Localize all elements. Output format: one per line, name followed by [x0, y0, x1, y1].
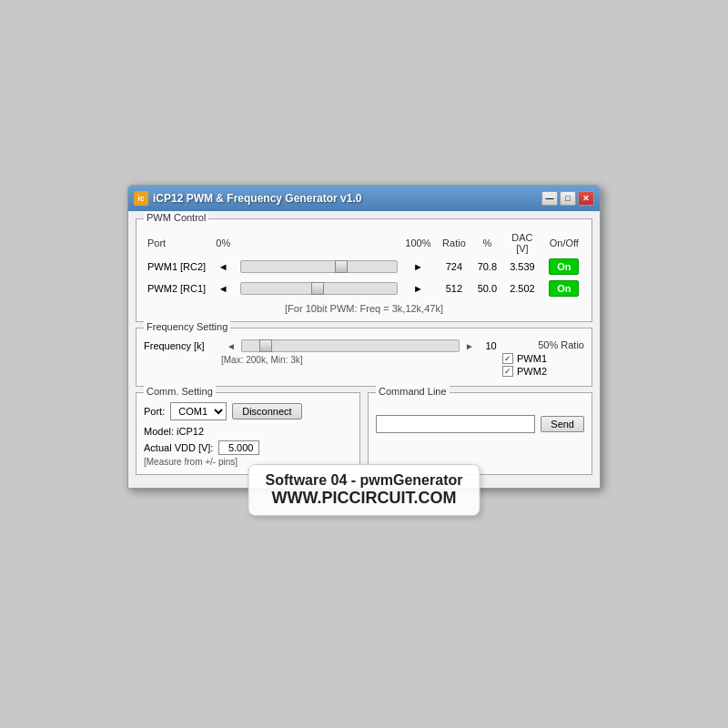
freq-slider-track[interactable] — [241, 339, 460, 352]
pwm1-dac: 3.539 — [500, 256, 543, 278]
header-zero: 0% — [210, 230, 237, 256]
ratio-header: 50% Ratio — [502, 339, 584, 350]
header-hundred: 100% — [401, 230, 434, 256]
pwm2-slider-cell — [237, 278, 402, 299]
frequency-row: Frequency [k] ◄ ► 10 — [144, 339, 502, 352]
pwm1-slider-cell — [237, 256, 402, 278]
pwm1-on-btn[interactable]: On — [549, 258, 579, 275]
vdd-label: Actual VDD [V]: — [144, 442, 213, 453]
freq-slider-thumb[interactable] — [259, 339, 272, 352]
header-ratio: Ratio — [434, 230, 473, 256]
pwm-table: Port 0% 100% Ratio % DAC [V] On/Off — [144, 230, 584, 299]
header-percent: % — [473, 230, 500, 256]
pwm2-ratio: 50.0 — [473, 278, 500, 299]
pwm2-on-btn[interactable]: On — [549, 280, 579, 297]
pwm-control-group: PWM Control Port 0% 100% Ratio % DAC [V] — [136, 218, 592, 322]
table-row: PWM1 [RC2] ◄ ► 724 70.8 3.5 — [144, 256, 584, 278]
maximize-button[interactable]: □ — [560, 191, 576, 206]
pwm-note: [For 10bit PWM: Freq = 3k,12k,47k] — [144, 303, 584, 314]
freq-max-note: [Max: 200k, Min: 3k] — [221, 355, 502, 365]
title-bar: ic iCP12 PWM & Frequency Generator v1.0 … — [128, 186, 600, 211]
vdd-row: Actual VDD [V]: 5.000 — [144, 440, 352, 455]
comm-setting-group: Comm. Setting Port: COM1 COM2 COM3 COM4 … — [136, 392, 360, 475]
window-body: PWM Control Port 0% 100% Ratio % DAC [V] — [128, 211, 600, 488]
command-line-group: Command Line Send — [368, 392, 592, 475]
pwm2-slider-track[interactable] — [240, 282, 399, 295]
pwm1-arrow-left[interactable]: ◄ — [210, 256, 237, 278]
pwm2-ratio-label: PWM2 — [517, 366, 547, 377]
freq-value: 10 — [480, 340, 502, 351]
freq-label: Frequency [k] — [144, 340, 221, 351]
pwm1-slider-thumb[interactable] — [335, 260, 348, 273]
header-port: Port — [144, 230, 210, 256]
pwm2-ratio-check-row: PWM2 — [502, 366, 547, 377]
model-label: Model: iCP12 — [144, 426, 352, 437]
pwm2-label: PWM2 [RC1] — [144, 278, 210, 299]
pwm2-arrow-left[interactable]: ◄ — [210, 278, 237, 299]
cmd-input-field[interactable] — [376, 415, 535, 433]
header-dac: DAC [V] — [500, 230, 543, 256]
table-row: PWM2 [RC1] ◄ ► 512 50.0 2.5 — [144, 278, 584, 299]
port-label: Port: — [144, 406, 165, 417]
header-onoff: On/Off — [544, 230, 584, 256]
pwm1-ratio: 70.8 — [473, 256, 500, 278]
window-title: iCP12 PWM & Frequency Generator v1.0 — [153, 192, 361, 205]
pwm2-value: 512 — [434, 278, 473, 299]
pwm-header-row: Port 0% 100% Ratio % DAC [V] On/Off — [144, 230, 584, 256]
watermark-line1: Software 04 - pwmGenerator — [266, 472, 463, 489]
main-window: ic iCP12 PWM & Frequency Generator v1.0 … — [127, 185, 601, 489]
frequency-setting-group: Frequency Setting Frequency [k] ◄ ► 10 — [136, 328, 592, 387]
cmd-input-row: Send — [376, 415, 584, 433]
pwm2-ratio-checkbox[interactable] — [502, 366, 513, 377]
send-button[interactable]: Send — [541, 416, 584, 432]
freq-arrow-right[interactable]: ► — [465, 341, 474, 351]
port-select[interactable]: COM1 COM2 COM3 COM4 — [170, 402, 227, 420]
pwm2-slider-thumb[interactable] — [311, 282, 324, 295]
header-slider — [237, 230, 402, 256]
comm-port-row: Port: COM1 COM2 COM3 COM4 Disconnect — [144, 402, 352, 420]
watermark: Software 04 - pwmGenerator WWW.PICCIRCUI… — [248, 464, 480, 516]
frequency-setting-label: Frequency Setting — [144, 321, 230, 332]
pwm-control-label: PWM Control — [144, 212, 208, 223]
command-line-label: Command Line — [376, 386, 450, 397]
pwm1-ratio-checkbox[interactable] — [502, 353, 513, 364]
app-icon: ic — [134, 191, 148, 206]
vdd-value: 5.000 — [218, 440, 259, 455]
pwm1-label: PWM1 [RC2] — [144, 256, 210, 278]
pwm2-arrow-right[interactable]: ► — [401, 278, 434, 299]
pwm1-arrow-right[interactable]: ► — [401, 256, 434, 278]
pwm2-on-button[interactable]: On — [544, 278, 584, 299]
pwm1-value: 724 — [434, 256, 473, 278]
minimize-button[interactable]: — — [541, 191, 558, 206]
pwm1-on-button[interactable]: On — [544, 256, 584, 278]
watermark-line2: WWW.PICCIRCUIT.COM — [266, 489, 463, 508]
comm-setting-label: Comm. Setting — [144, 386, 216, 397]
freq-arrow-left[interactable]: ◄ — [227, 341, 236, 351]
disconnect-button[interactable]: Disconnect — [232, 403, 301, 420]
pwm2-dac: 2.502 — [500, 278, 543, 299]
pwm1-ratio-label: PWM1 — [517, 353, 547, 364]
pwm1-ratio-check-row: PWM1 — [502, 353, 547, 364]
close-button[interactable]: ✕ — [578, 191, 594, 206]
pwm1-slider-track[interactable] — [240, 260, 399, 273]
